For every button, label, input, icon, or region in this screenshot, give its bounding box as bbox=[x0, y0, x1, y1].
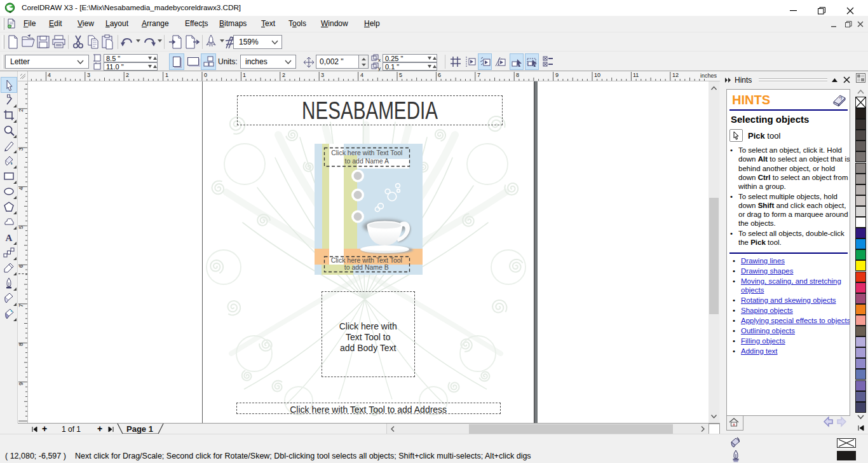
svg-text:2: 2 bbox=[126, 72, 129, 78]
svg-text:12: 12 bbox=[672, 72, 679, 78]
svg-text:0: 0 bbox=[204, 72, 207, 78]
svg-text:A: A bbox=[6, 233, 13, 243]
svg-text:9: 9 bbox=[555, 72, 559, 78]
svg-text:4: 4 bbox=[48, 72, 51, 78]
svg-text:2: 2 bbox=[282, 72, 285, 78]
svg-text:11: 11 bbox=[633, 72, 639, 78]
svg-text:7: 7 bbox=[18, 304, 24, 307]
svg-text:7: 7 bbox=[477, 72, 480, 78]
svg-text:3: 3 bbox=[18, 148, 24, 151]
svg-text:9: 9 bbox=[18, 382, 24, 385]
svg-text:6: 6 bbox=[18, 265, 24, 268]
svg-text:NESABAMEDIA: NESABAMEDIA bbox=[302, 97, 438, 124]
svg-text:3: 3 bbox=[321, 72, 324, 78]
svg-text:4: 4 bbox=[18, 187, 24, 190]
svg-text:5: 5 bbox=[399, 72, 402, 78]
svg-text:1: 1 bbox=[243, 72, 246, 78]
svg-text:2: 2 bbox=[18, 109, 24, 112]
svg-text:8: 8 bbox=[18, 343, 24, 346]
svg-text:1: 1 bbox=[165, 72, 168, 78]
svg-text:5: 5 bbox=[18, 226, 24, 229]
svg-text:y: y bbox=[378, 66, 381, 71]
svg-text:10: 10 bbox=[594, 72, 600, 78]
svg-text:6: 6 bbox=[438, 72, 441, 78]
svg-text:8: 8 bbox=[516, 72, 519, 78]
svg-text:3: 3 bbox=[87, 72, 90, 78]
svg-text:4: 4 bbox=[360, 72, 363, 78]
